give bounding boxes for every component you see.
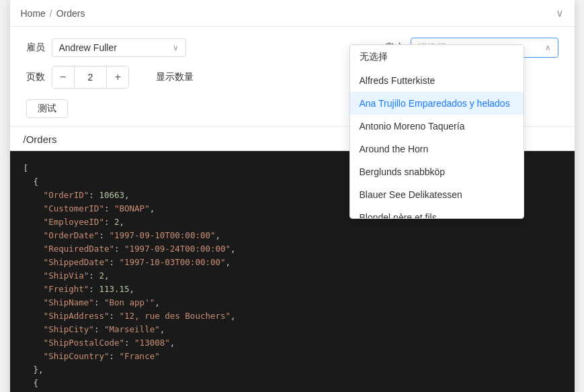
- code-line-13: "ShipPostalCode": "13008",: [24, 338, 175, 348]
- breadcrumb: Home / Orders: [21, 8, 85, 19]
- code-line-2: "OrderID": 10663,: [24, 190, 130, 200]
- customer-dropdown: 无选择 Alfreds Futterkiste Ana Trujillo Emp…: [349, 44, 524, 219]
- page-value: 2: [74, 66, 108, 88]
- page-group: 页数 − 2 +: [26, 66, 130, 89]
- main-window: Home / Orders ∨ 雇员 Andrew Fuller ∨ 客户 请选…: [10, 0, 575, 392]
- dropdown-item-antonio[interactable]: Antonio Moreno Taquería: [350, 115, 524, 138]
- dropdown-item-around[interactable]: Around the Horn: [350, 138, 524, 160]
- employee-value: Andrew Fuller: [59, 42, 117, 53]
- dropdown-item-ana[interactable]: Ana Trujillo Emparedados y helados: [350, 92, 524, 115]
- code-line-7: "ShippedDate": "1997-10-03T00:00:00",: [24, 257, 231, 267]
- page-control: − 2 +: [52, 66, 130, 89]
- dropdown-item-alfreds[interactable]: Alfreds Futterkiste: [350, 69, 524, 92]
- code-line-11: "ShipAddress": "12, rue des Bouchers",: [24, 311, 236, 321]
- test-button[interactable]: 测试: [26, 99, 68, 118]
- page-plus-button[interactable]: +: [107, 66, 128, 88]
- employee-select[interactable]: Andrew Fuller ∨: [52, 38, 186, 57]
- code-line-15: },: [24, 364, 44, 375]
- display-label: 显示数量: [156, 71, 194, 83]
- display-count-group: 显示数量: [156, 71, 194, 83]
- code-line-0: [: [24, 163, 29, 173]
- page-label: 页数: [26, 71, 45, 83]
- dropdown-item-none[interactable]: 无选择: [350, 45, 524, 69]
- customer-chevron-up-icon: ∧: [545, 43, 551, 52]
- dropdown-item-blondel[interactable]: Blondel père et fils: [350, 206, 524, 219]
- employee-label: 雇员: [26, 42, 45, 54]
- breadcrumb-separator: /: [50, 8, 52, 19]
- code-line-14: "ShipCountry": "France": [24, 351, 160, 361]
- dropdown-item-blauer[interactable]: Blauer See Delikatessen: [350, 183, 524, 206]
- code-line-5: "OrderDate": "1997-09-10T00:00:00",: [24, 230, 221, 240]
- breadcrumb-home[interactable]: Home: [21, 8, 46, 19]
- code-line-6: "RequiredDate": "1997-09-24T00:00:00",: [24, 244, 236, 254]
- code-line-3: "CustomerID": "BONAP",: [24, 203, 155, 213]
- window-toggle-icon[interactable]: ∨: [556, 7, 564, 19]
- page-minus-button[interactable]: −: [52, 66, 74, 88]
- code-line-1: {: [24, 177, 39, 187]
- breadcrumb-orders[interactable]: Orders: [56, 8, 85, 19]
- code-line-9: "Freight": 113.15,: [24, 284, 135, 294]
- dropdown-item-berglunds[interactable]: Berglunds snabbköp: [350, 160, 524, 183]
- code-line-10: "ShipName": "Bon app'",: [24, 297, 160, 307]
- code-line-8: "ShipVia": 2,: [24, 271, 110, 281]
- code-line-16: {: [24, 378, 39, 388]
- employee-group: 雇员 Andrew Fuller ∨: [26, 38, 186, 57]
- employee-chevron-down-icon: ∨: [173, 43, 179, 52]
- code-line-4: "EmployeeID": 2,: [24, 217, 125, 227]
- code-line-12: "ShipCity": "Marseille",: [24, 324, 165, 334]
- window-header: Home / Orders ∨: [10, 0, 575, 27]
